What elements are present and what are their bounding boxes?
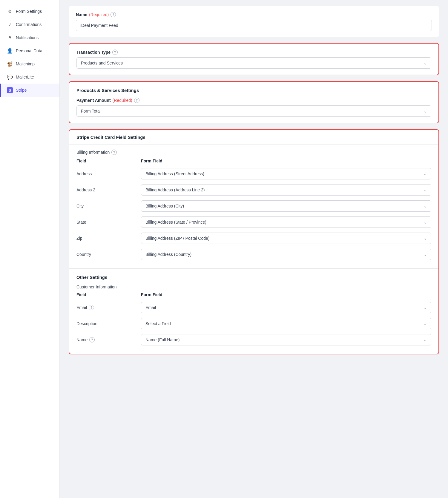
sidebar-item-label: Notifications [16,35,39,40]
people-icon: 👤 [7,48,13,54]
billing-row-city: City Billing Address (City) ⌄ [76,198,431,214]
stripe-s-icon: S [7,87,13,93]
email-select[interactable]: Email [141,302,431,313]
transaction-type-select[interactable]: Products and Services Subscription [76,57,431,69]
name-field-label: Name (Required) ? [76,12,432,17]
name-select-wrapper: Name (Full Name) ⌄ [141,334,431,345]
check-circle-icon: ✓ [7,21,13,27]
transaction-type-help-icon[interactable]: ? [112,50,118,55]
field-name-address2: Address 2 [76,187,136,192]
flag-icon: ⚑ [7,35,13,41]
email-select-wrapper: Email ⌄ [141,302,431,313]
address2-select[interactable]: Billing Address (Address Line 2) [141,184,431,196]
payment-amount-label: Payment Amount (Required) ? [76,98,431,103]
field-name-zip: Zip [76,236,136,241]
payment-amount-help-icon[interactable]: ? [134,98,139,103]
other-row-email: Email ? Email ⌄ [76,299,431,316]
transaction-type-select-wrapper: Products and Services Subscription ⌄ [76,57,431,69]
form-field-col-header: Form Field [141,159,431,163]
description-select[interactable]: Select a Field [141,318,431,329]
sidebar-item-stripe[interactable]: S Stripe [0,84,59,97]
field-name-city: City [76,204,136,208]
field-name-description: Description [76,321,136,326]
field-name-country: Country [76,252,136,257]
main-content: Name (Required) ? Transaction Type ? Pro… [60,0,448,498]
city-select[interactable]: Billing Address (City) [141,200,431,212]
name-section: Name (Required) ? [69,6,439,37]
field-name-state: State [76,220,136,225]
country-select-wrapper: Billing Address (Country) ⌄ [141,249,431,260]
other-field-col-header: Field [76,292,136,297]
payment-amount-select[interactable]: Form Total Enter Amount [76,105,431,117]
zip-select-wrapper: Billing Address (ZIP / Postal Code) ⌄ [141,233,431,244]
sidebar-item-label: Personal Data [16,48,42,53]
billing-info-help-icon[interactable]: ? [111,150,117,155]
sidebar-item-confirmations[interactable]: ✓ Confirmations [0,18,59,31]
name-help-icon-other[interactable]: ? [89,337,95,342]
other-settings-section: Other Settings Customer Information Fiel… [69,268,438,354]
gear-icon: ⚙ [7,8,13,14]
city-select-wrapper: Billing Address (City) ⌄ [141,200,431,212]
other-table-header: Field Form Field [76,292,431,297]
billing-table-header: Field Form Field [76,159,431,163]
sidebar-item-personal-data[interactable]: 👤 Personal Data [0,44,59,57]
address2-select-wrapper: Billing Address (Address Line 2) ⌄ [141,184,431,196]
other-form-field-col-header: Form Field [141,292,431,297]
sidebar-item-label: MailerLite [16,75,34,79]
mailchimp-icon: 🐒 [7,61,13,67]
sidebar-item-label: Confirmations [16,22,42,27]
other-row-description: Description Select a Field ⌄ [76,316,431,332]
field-name-email: Email ? [76,305,136,310]
name-input[interactable] [76,20,432,31]
address-select[interactable]: Billing Address (Street Address) [141,168,431,179]
address-select-wrapper: Billing Address (Street Address) ⌄ [141,168,431,179]
other-settings-title: Other Settings [76,275,431,280]
payment-amount-required: (Required) [113,98,132,103]
email-help-icon[interactable]: ? [89,305,94,310]
description-select-wrapper: Select a Field ⌄ [141,318,431,329]
stripe-cc-section: Stripe Credit Card Field Settings Billin… [69,129,439,354]
sidebar-item-label: Stripe [16,88,27,93]
sidebar-item-notifications[interactable]: ⚑ Notifications [0,31,59,44]
name-select[interactable]: Name (Full Name) [141,334,431,345]
transaction-type-section: Transaction Type ? Products and Services… [69,43,439,75]
billing-info-label: Billing Information ? [76,150,431,155]
billing-row-zip: Zip Billing Address (ZIP / Postal Code) … [76,230,431,246]
sidebar-item-mailerlite[interactable]: 💬 MailerLite [0,70,59,84]
country-select[interactable]: Billing Address (Country) [141,249,431,260]
transaction-type-label: Transaction Type ? [76,50,431,55]
billing-row-address2: Address 2 Billing Address (Address Line … [76,182,431,198]
field-col-header: Field [76,159,136,163]
sidebar-item-form-settings[interactable]: ⚙ Form Settings [0,5,59,18]
zip-select[interactable]: Billing Address (ZIP / Postal Code) [141,233,431,244]
other-row-name: Name ? Name (Full Name) ⌄ [76,332,431,348]
field-name-address: Address [76,171,136,176]
stripe-cc-title: Stripe Credit Card Field Settings [69,130,438,145]
sidebar-item-label: Form Settings [16,9,42,14]
products-services-section: Products & Services Settings Payment Amo… [69,81,439,123]
state-select-wrapper: Billing Address (State / Province) ⌄ [141,216,431,228]
comment-icon: 💬 [7,74,13,80]
name-required-badge: (Required) [89,12,109,17]
sidebar-item-label: Mailchimp [16,62,35,66]
billing-row-state: State Billing Address (State / Province)… [76,214,431,230]
name-help-icon[interactable]: ? [111,12,116,17]
sidebar: ⚙ Form Settings ✓ Confirmations ⚑ Notifi… [0,0,60,498]
billing-row-country: Country Billing Address (Country) ⌄ [76,246,431,262]
billing-info-section: Billing Information ? Field Form Field A… [69,145,438,268]
billing-row-address: Address Billing Address (Street Address)… [76,166,431,182]
field-name-name: Name ? [76,337,136,342]
state-select[interactable]: Billing Address (State / Province) [141,216,431,228]
payment-amount-select-wrapper: Form Total Enter Amount ⌄ [76,105,431,117]
customer-info-label: Customer Information [76,285,431,289]
products-services-title: Products & Services Settings [76,88,431,93]
sidebar-item-mailchimp[interactable]: 🐒 Mailchimp [0,57,59,70]
